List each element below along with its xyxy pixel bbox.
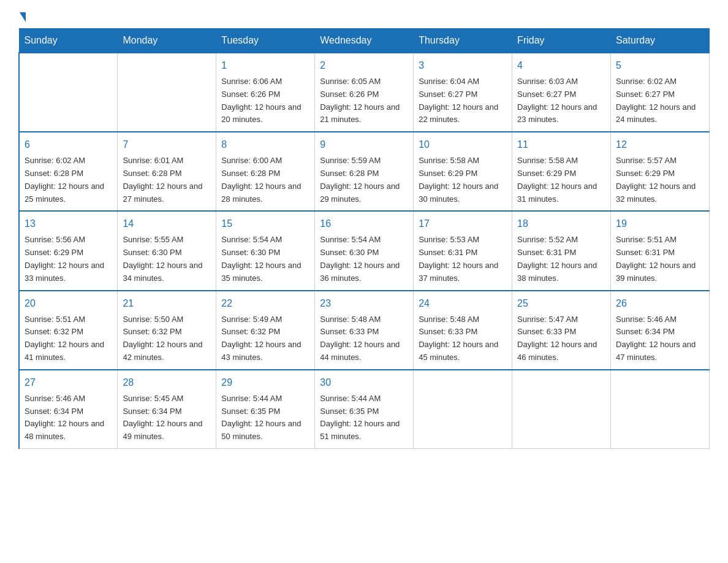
day-info: Sunrise: 5:46 AMSunset: 6:34 PMDaylight:… [25, 393, 112, 443]
day-info: Sunrise: 5:53 AMSunset: 6:31 PMDaylight:… [419, 234, 507, 285]
day-info: Sunrise: 5:55 AMSunset: 6:30 PMDaylight:… [123, 234, 211, 285]
day-info: Sunrise: 5:54 AMSunset: 6:30 PMDaylight:… [320, 234, 408, 285]
day-info: Sunrise: 5:49 AMSunset: 6:32 PMDaylight:… [221, 313, 309, 364]
weekday-header-thursday: Thursday [414, 29, 512, 53]
day-cell-29: 29Sunrise: 5:44 AMSunset: 6:35 PMDayligh… [216, 370, 315, 449]
day-info: Sunrise: 6:06 AMSunset: 6:26 PMDaylight:… [221, 75, 309, 126]
weekday-header-row: SundayMondayTuesdayWednesdayThursdayFrid… [19, 29, 710, 53]
day-number: 11 [517, 137, 605, 152]
day-cell-22: 22Sunrise: 5:49 AMSunset: 6:32 PMDayligh… [216, 291, 315, 370]
logo [18, 12, 37, 22]
day-number: 13 [25, 216, 112, 231]
day-cell-19: 19Sunrise: 5:51 AMSunset: 6:31 PMDayligh… [611, 211, 710, 290]
day-number: 14 [123, 216, 211, 231]
day-cell-23: 23Sunrise: 5:48 AMSunset: 6:33 PMDayligh… [315, 291, 414, 370]
weekday-header-sunday: Sunday [19, 29, 118, 53]
day-info: Sunrise: 6:05 AMSunset: 6:26 PMDaylight:… [320, 75, 408, 126]
day-number: 10 [419, 137, 507, 152]
day-cell-24: 24Sunrise: 5:48 AMSunset: 6:33 PMDayligh… [414, 291, 512, 370]
day-number: 21 [123, 296, 211, 311]
weekday-header-friday: Friday [512, 29, 611, 53]
day-number: 3 [419, 58, 507, 73]
day-cell-13: 13Sunrise: 5:56 AMSunset: 6:29 PMDayligh… [19, 211, 118, 290]
day-cell-7: 7Sunrise: 6:01 AMSunset: 6:28 PMDaylight… [118, 132, 216, 211]
day-info: Sunrise: 5:44 AMSunset: 6:35 PMDaylight:… [221, 393, 309, 443]
day-cell-10: 10Sunrise: 5:58 AMSunset: 6:29 PMDayligh… [414, 132, 512, 211]
day-cell-6: 6Sunrise: 6:02 AMSunset: 6:28 PMDaylight… [19, 132, 118, 211]
day-number: 24 [419, 296, 507, 311]
day-info: Sunrise: 5:45 AMSunset: 6:34 PMDaylight:… [123, 393, 211, 443]
day-info: Sunrise: 6:03 AMSunset: 6:27 PMDaylight:… [517, 75, 605, 126]
day-cell-21: 21Sunrise: 5:50 AMSunset: 6:32 PMDayligh… [118, 291, 216, 370]
day-number: 4 [517, 58, 605, 73]
day-cell-8: 8Sunrise: 6:00 AMSunset: 6:28 PMDaylight… [216, 132, 315, 211]
empty-cell [19, 53, 118, 132]
day-number: 26 [616, 296, 704, 311]
day-info: Sunrise: 6:04 AMSunset: 6:27 PMDaylight:… [419, 75, 507, 126]
day-number: 28 [123, 375, 211, 390]
empty-cell [611, 370, 710, 449]
day-cell-2: 2Sunrise: 6:05 AMSunset: 6:26 PMDaylight… [315, 53, 414, 132]
day-info: Sunrise: 5:58 AMSunset: 6:29 PMDaylight:… [419, 155, 507, 205]
day-number: 27 [25, 375, 112, 390]
day-cell-9: 9Sunrise: 5:59 AMSunset: 6:28 PMDaylight… [315, 132, 414, 211]
day-info: Sunrise: 6:01 AMSunset: 6:28 PMDaylight:… [123, 155, 211, 205]
day-info: Sunrise: 5:52 AMSunset: 6:31 PMDaylight:… [517, 234, 605, 285]
day-cell-30: 30Sunrise: 5:44 AMSunset: 6:35 PMDayligh… [315, 370, 414, 449]
day-info: Sunrise: 5:44 AMSunset: 6:35 PMDaylight:… [320, 393, 408, 443]
day-info: Sunrise: 6:02 AMSunset: 6:27 PMDaylight:… [616, 75, 704, 126]
day-cell-18: 18Sunrise: 5:52 AMSunset: 6:31 PMDayligh… [512, 211, 611, 290]
day-info: Sunrise: 5:57 AMSunset: 6:29 PMDaylight:… [616, 155, 704, 205]
week-row: 27Sunrise: 5:46 AMSunset: 6:34 PMDayligh… [19, 370, 710, 449]
day-info: Sunrise: 5:56 AMSunset: 6:29 PMDaylight:… [25, 234, 112, 285]
day-number: 22 [221, 296, 309, 311]
weekday-header-monday: Monday [118, 29, 216, 53]
day-info: Sunrise: 6:00 AMSunset: 6:28 PMDaylight:… [221, 155, 309, 205]
day-number: 29 [221, 375, 309, 390]
day-info: Sunrise: 5:48 AMSunset: 6:33 PMDaylight:… [419, 313, 507, 364]
day-number: 9 [320, 137, 408, 152]
day-number: 5 [616, 58, 704, 73]
day-number: 8 [221, 137, 309, 152]
day-number: 6 [25, 137, 112, 152]
day-cell-27: 27Sunrise: 5:46 AMSunset: 6:34 PMDayligh… [19, 370, 118, 449]
week-row: 1Sunrise: 6:06 AMSunset: 6:26 PMDaylight… [19, 53, 710, 132]
empty-cell [512, 370, 611, 449]
day-number: 17 [419, 216, 507, 231]
day-info: Sunrise: 6:02 AMSunset: 6:28 PMDaylight:… [25, 155, 112, 205]
day-number: 16 [320, 216, 408, 231]
day-cell-15: 15Sunrise: 5:54 AMSunset: 6:30 PMDayligh… [216, 211, 315, 290]
day-cell-14: 14Sunrise: 5:55 AMSunset: 6:30 PMDayligh… [118, 211, 216, 290]
day-info: Sunrise: 5:51 AMSunset: 6:31 PMDaylight:… [616, 234, 704, 285]
day-number: 12 [616, 137, 704, 152]
day-cell-5: 5Sunrise: 6:02 AMSunset: 6:27 PMDaylight… [611, 53, 710, 132]
day-cell-28: 28Sunrise: 5:45 AMSunset: 6:34 PMDayligh… [118, 370, 216, 449]
day-info: Sunrise: 5:50 AMSunset: 6:32 PMDaylight:… [123, 313, 211, 364]
empty-cell [414, 370, 512, 449]
day-cell-20: 20Sunrise: 5:51 AMSunset: 6:32 PMDayligh… [19, 291, 118, 370]
calendar-table: SundayMondayTuesdayWednesdayThursdayFrid… [18, 28, 710, 449]
day-info: Sunrise: 5:46 AMSunset: 6:34 PMDaylight:… [616, 313, 704, 364]
day-cell-3: 3Sunrise: 6:04 AMSunset: 6:27 PMDaylight… [414, 53, 512, 132]
day-number: 30 [320, 375, 408, 390]
weekday-header-saturday: Saturday [611, 29, 710, 53]
day-number: 1 [221, 58, 309, 73]
day-number: 23 [320, 296, 408, 311]
weekday-header-wednesday: Wednesday [315, 29, 414, 53]
day-cell-4: 4Sunrise: 6:03 AMSunset: 6:27 PMDaylight… [512, 53, 611, 132]
week-row: 20Sunrise: 5:51 AMSunset: 6:32 PMDayligh… [19, 291, 710, 370]
day-cell-11: 11Sunrise: 5:58 AMSunset: 6:29 PMDayligh… [512, 132, 611, 211]
day-cell-25: 25Sunrise: 5:47 AMSunset: 6:33 PMDayligh… [512, 291, 611, 370]
weekday-header-tuesday: Tuesday [216, 29, 315, 53]
day-number: 19 [616, 216, 704, 231]
day-number: 18 [517, 216, 605, 231]
day-number: 25 [517, 296, 605, 311]
day-cell-12: 12Sunrise: 5:57 AMSunset: 6:29 PMDayligh… [611, 132, 710, 211]
day-cell-26: 26Sunrise: 5:46 AMSunset: 6:34 PMDayligh… [611, 291, 710, 370]
day-info: Sunrise: 5:59 AMSunset: 6:28 PMDaylight:… [320, 155, 408, 205]
page-header [18, 12, 710, 22]
day-info: Sunrise: 5:58 AMSunset: 6:29 PMDaylight:… [517, 155, 605, 205]
day-number: 20 [25, 296, 112, 311]
day-info: Sunrise: 5:51 AMSunset: 6:32 PMDaylight:… [25, 313, 112, 364]
day-info: Sunrise: 5:47 AMSunset: 6:33 PMDaylight:… [517, 313, 605, 364]
